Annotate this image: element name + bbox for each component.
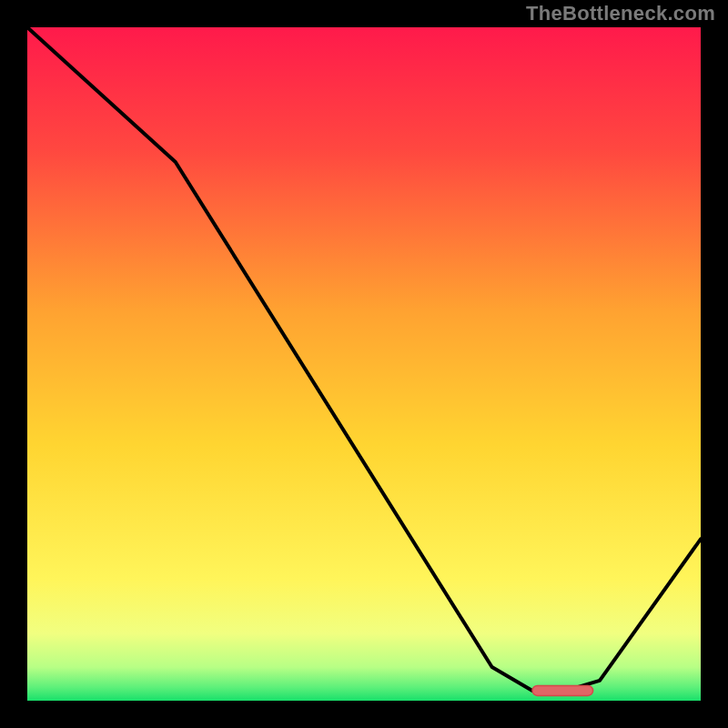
plot-area [27,27,701,701]
attribution-text: TheBottleneck.com [526,2,715,25]
chart-frame: TheBottleneck.com [0,0,728,728]
optimal-marker [532,685,593,695]
plot-svg [27,27,701,701]
gradient-background [27,27,701,701]
